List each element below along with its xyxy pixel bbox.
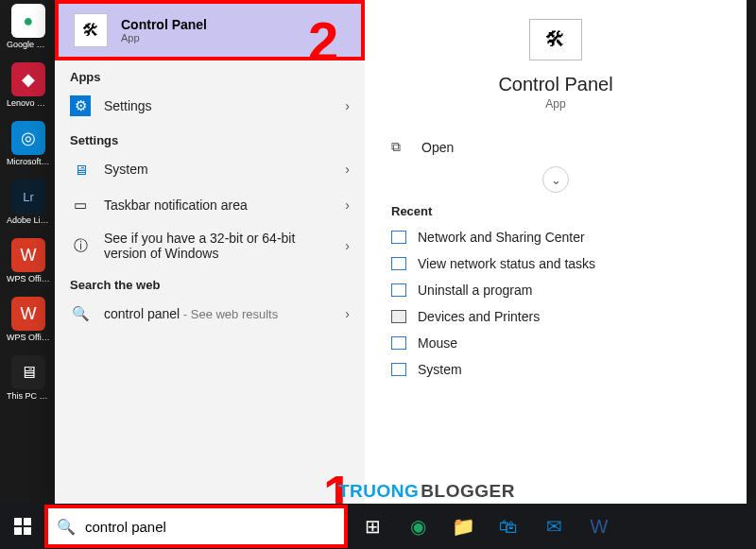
recent-item[interactable]: Mouse: [389, 330, 722, 356]
annotation-2: 2: [308, 9, 338, 73]
open-action[interactable]: ⧉ Open: [389, 131, 722, 163]
result-label: control panel - See web results: [104, 306, 332, 321]
taskbar-pinned: ⊞ ◉ 📁 🛍 ✉ W: [345, 504, 621, 549]
desktop-icon[interactable]: ◎ Microsoft Edge: [7, 121, 50, 166]
web-suffix: - See web results: [180, 307, 278, 321]
watermark-b: BLOGGER: [421, 481, 515, 502]
search-icon: 🔍: [57, 518, 76, 536]
task-view-button[interactable]: ⊞: [351, 504, 394, 549]
taskbar-word[interactable]: W: [577, 504, 621, 549]
gear-icon: ⚙: [70, 95, 91, 116]
printer-icon: [391, 310, 406, 323]
preview-subtitle: App: [389, 97, 722, 111]
recent-item[interactable]: System: [389, 356, 722, 383]
recent-item[interactable]: Devices and Printers: [389, 303, 722, 330]
recent-label: Mouse: [418, 335, 457, 351]
cpl-icon: [391, 283, 406, 297]
recent-label: View network status and tasks: [418, 256, 595, 271]
recent-label: System: [418, 362, 462, 377]
chevron-right-icon: ›: [345, 306, 350, 321]
recent-label: Uninstall a program: [418, 283, 532, 298]
preview-pane: 🛠 Control Panel App ⧉ Open ⌄ Recent Netw…: [365, 0, 747, 504]
desktop-icon[interactable]: W WPS Office: [7, 297, 50, 342]
results-left-pane: 🛠 Control Panel App Apps ⚙ Settings › Se…: [55, 0, 365, 504]
recent-item[interactable]: View network status and tasks: [389, 250, 722, 277]
cpl-icon: [391, 257, 406, 270]
result-settings[interactable]: ⚙ Settings ›: [55, 88, 365, 124]
taskbar-icon: ▭: [70, 195, 91, 215]
watermark-a: TRUONG: [338, 481, 419, 502]
control-panel-icon: 🛠: [529, 19, 582, 60]
chevron-right-icon: ›: [345, 98, 350, 113]
expand-actions-button[interactable]: ⌄: [542, 166, 569, 193]
open-icon: ⧉: [391, 139, 408, 155]
recent-item[interactable]: Network and Sharing Center: [389, 224, 722, 250]
taskbar: 🔍 ⊞ ◉ 📁 🛍 ✉ W: [0, 504, 756, 549]
chevron-right-icon: ›: [345, 162, 350, 177]
cpl-icon: [391, 336, 406, 350]
result-bit-version[interactable]: ⓘ See if you have a 32-bit or 64-bit ver…: [55, 223, 365, 268]
start-button[interactable]: [0, 504, 45, 549]
cpl-icon: [391, 363, 406, 376]
info-icon: ⓘ: [70, 235, 91, 256]
desktop-label: Lenovo Diagn…: [7, 98, 50, 108]
taskbar-store[interactable]: 🛍: [487, 504, 530, 549]
monitor-icon: 🖥: [70, 159, 91, 180]
taskbar-search-container: 🔍: [47, 507, 345, 545]
recent-label: Network and Sharing Center: [418, 230, 585, 245]
desktop-label: Microsoft Edge: [7, 157, 50, 166]
recent-label: Devices and Printers: [418, 309, 540, 324]
result-label: Settings: [104, 98, 332, 113]
desktop-label: WPS Office: [7, 274, 50, 283]
best-match-title: Control Panel: [121, 17, 207, 32]
control-panel-icon: 🛠: [74, 13, 108, 47]
section-header-settings: Settings: [55, 124, 365, 151]
windows-logo-icon: [14, 518, 31, 535]
taskbar-explorer[interactable]: 📁: [441, 504, 485, 549]
cpl-icon: [391, 231, 406, 244]
result-system[interactable]: 🖥 System ›: [55, 151, 365, 187]
desktop-icon[interactable]: 🖥 This PC Short…: [7, 355, 50, 401]
desktop-icon[interactable]: Lr Adobe Lightro…: [7, 180, 50, 225]
watermark: TRUONGBLOGGER: [338, 481, 515, 502]
desktop-icon[interactable]: W WPS Office: [7, 238, 50, 283]
desktop-label: Adobe Lightro…: [7, 215, 50, 225]
desktop-icon[interactable]: ◆ Lenovo Diagn…: [7, 62, 50, 108]
result-label: See if you have a 32-bit or 64-bit versi…: [104, 231, 332, 261]
search-box[interactable]: 🔍: [47, 507, 345, 545]
desktop-icon[interactable]: ● Google Chrome: [7, 4, 50, 49]
chevron-right-icon: ›: [345, 238, 350, 253]
taskbar-mail[interactable]: ✉: [532, 504, 576, 549]
search-icon: 🔍: [70, 303, 91, 324]
desktop-icons: ● Google Chrome ◆ Lenovo Diagn… ◎ Micros…: [0, 0, 57, 504]
result-web-search[interactable]: 🔍 control panel - See web results ›: [55, 296, 365, 332]
desktop-label: This PC Short…: [7, 391, 50, 401]
result-label: Taskbar notification area: [104, 197, 332, 213]
search-input[interactable]: [85, 519, 335, 535]
desktop-label: Google Chrome: [7, 40, 50, 49]
recent-item[interactable]: Uninstall a program: [389, 277, 722, 303]
search-results-flyout: 🛠 Control Panel App Apps ⚙ Settings › Se…: [55, 0, 747, 504]
web-query: control panel: [104, 306, 180, 321]
section-header-web: Search the web: [55, 268, 365, 296]
chevron-right-icon: ›: [345, 197, 350, 213]
taskbar-chrome[interactable]: ◉: [396, 504, 439, 549]
result-label: System: [104, 162, 332, 177]
best-match-subtitle: App: [121, 32, 207, 43]
preview-title: Control Panel: [389, 74, 722, 95]
recent-header: Recent: [389, 200, 722, 224]
desktop-label: WPS Office: [7, 333, 50, 342]
open-label: Open: [421, 140, 454, 155]
result-taskbar-notification[interactable]: ▭ Taskbar notification area ›: [55, 187, 365, 223]
